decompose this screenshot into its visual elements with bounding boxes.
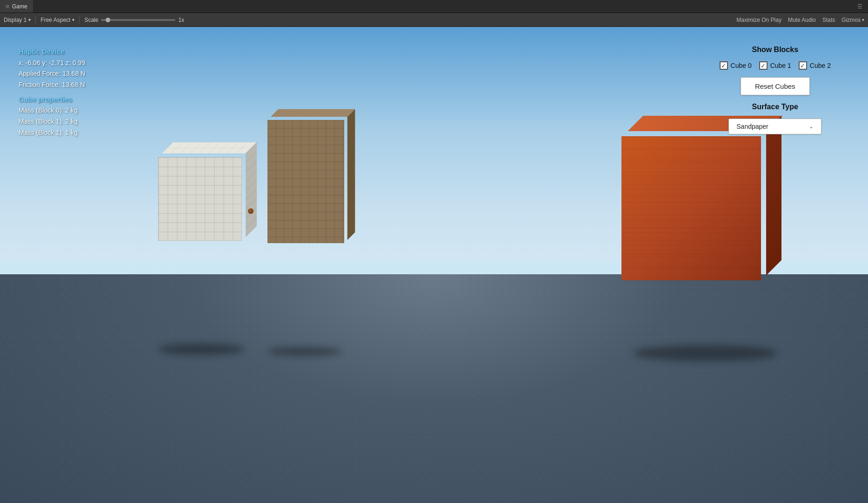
display-arrow-icon: ▾ <box>28 17 31 22</box>
display-label: Display 1 <box>4 17 27 23</box>
cube2-checkbox[interactable]: ✓ <box>799 61 807 70</box>
display-selector[interactable]: Display 1 ▾ <box>4 17 31 23</box>
cube-white-right-face <box>246 142 257 237</box>
cube-white <box>158 157 242 241</box>
aspect-selector[interactable]: Free Aspect ▾ <box>40 17 74 23</box>
stats-btn[interactable]: Stats <box>822 17 835 23</box>
surface-type-title: Surface Type <box>752 103 798 111</box>
cube-white-front-face <box>158 157 242 241</box>
scale-slider[interactable] <box>101 19 175 21</box>
wood-grain-texture <box>621 136 761 280</box>
cube1-checkbox[interactable]: ✓ <box>759 61 768 70</box>
surface-selected-label: Sandpaper <box>736 123 768 130</box>
gizmos-label: Gizmos <box>841 17 861 23</box>
cube2-checkbox-item[interactable]: ✓ Cube 2 <box>799 61 831 70</box>
toolbar-separator-2 <box>79 16 80 24</box>
aspect-arrow-icon: ▾ <box>72 17 74 22</box>
cube2-check-mark: ✓ <box>800 63 805 69</box>
mass-block2: Mass (Block 1): 1 kg <box>19 127 85 139</box>
cube0-check-mark: ✓ <box>721 63 726 69</box>
surface-type-dropdown[interactable]: Sandpaper ⌄ <box>728 119 821 134</box>
cube-red-shadow <box>633 345 777 361</box>
show-blocks-title: Show Blocks <box>752 46 798 54</box>
cube2-label: Cube 2 <box>810 62 831 69</box>
cube-red <box>621 136 761 280</box>
surface-dropdown-chevron-icon: ⌄ <box>809 123 814 130</box>
mass-block1: Mass (Block 1): 2 kg <box>19 116 85 127</box>
applied-force: Applied Force: 13.68 N <box>19 68 85 79</box>
game-tab[interactable]: Game <box>0 0 33 13</box>
cube0-checkbox-item[interactable]: ✓ Cube 0 <box>720 61 752 70</box>
right-controls-panel: Show Blocks ✓ Cube 0 ✓ Cube 1 ✓ Cube 2 <box>720 46 831 134</box>
mass-block0: Mass (Block 0): 2 kg <box>19 105 85 116</box>
cube-brown-shadow <box>267 347 342 356</box>
game-viewport: Haptic Device x: -6.06 y: -2.71 z: 0.99 … <box>0 27 868 503</box>
cube-brown-front-face <box>267 120 344 243</box>
ground-texture <box>0 274 868 503</box>
game-tab-label: Game <box>12 3 27 10</box>
cube-white-top-face <box>162 142 257 153</box>
top-bar: Game ☰ <box>0 0 868 13</box>
ground <box>0 274 868 503</box>
gizmos-btn[interactable]: Gizmos ▾ <box>841 17 864 23</box>
cube-properties-title: Cube properties <box>19 93 85 106</box>
maximize-on-play-btn[interactable]: Maximize On Play <box>736 17 781 23</box>
scale-control[interactable]: Scale 1x <box>84 17 184 23</box>
scale-text: Scale <box>84 17 98 23</box>
scale-value: 1x <box>178 17 184 23</box>
cube-red-front-face <box>621 136 761 280</box>
cube-brown-right-face <box>347 109 355 240</box>
cube1-check-mark: ✓ <box>761 63 766 69</box>
hud-overlay: Haptic Device x: -6.06 y: -2.71 z: 0.99 … <box>19 46 85 139</box>
reset-cubes-button[interactable]: Reset Cubes <box>741 77 810 95</box>
cube0-checkbox[interactable]: ✓ <box>720 61 728 70</box>
game-tab-dot <box>6 5 9 8</box>
cube-brown <box>267 120 344 243</box>
cube1-label: Cube 1 <box>770 62 791 69</box>
aspect-label: Free Aspect <box>40 17 70 23</box>
toolbar-separator-1 <box>35 16 36 24</box>
haptic-coords: x: -6.06 y: -2.71 z: 0.99 <box>19 58 85 69</box>
friction-force: Friction Force: 13.68 N <box>19 79 85 91</box>
scale-slider-thumb <box>106 18 110 22</box>
haptic-device-sphere <box>248 208 254 214</box>
cube0-label: Cube 0 <box>731 62 752 69</box>
cube1-checkbox-item[interactable]: ✓ Cube 1 <box>759 61 791 70</box>
haptic-device-title: Haptic Device <box>19 46 85 58</box>
cube-red-right-face <box>766 116 781 276</box>
cube-checkboxes-row: ✓ Cube 0 ✓ Cube 1 ✓ Cube 2 <box>720 61 831 70</box>
gizmos-arrow-icon: ▾ <box>862 17 864 22</box>
mute-audio-btn[interactable]: Mute Audio <box>788 17 816 23</box>
cube-white-shadow <box>158 344 244 355</box>
toolbar: Display 1 ▾ Free Aspect ▾ Scale 1x Maxim… <box>0 13 868 27</box>
cube-brown-top-face <box>271 109 355 117</box>
panel-menu-icon[interactable]: ☰ <box>857 3 862 10</box>
toolbar-right: Maximize On Play Mute Audio Stats Gizmos… <box>736 17 864 23</box>
